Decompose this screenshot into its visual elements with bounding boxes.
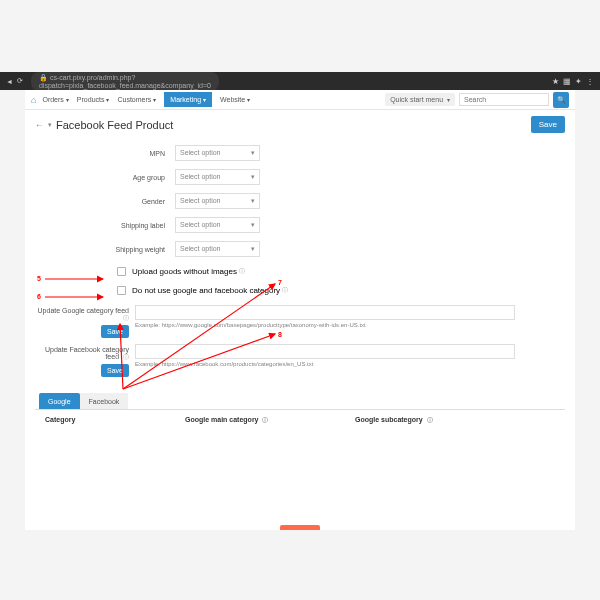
- tab-facebook[interactable]: Facebook: [80, 393, 129, 409]
- nav-back-icon[interactable]: ◄: [6, 78, 13, 85]
- menu-icon[interactable]: ⋮: [586, 77, 594, 86]
- extension-icon[interactable]: ▦: [563, 77, 571, 86]
- label-gender: Gender: [35, 198, 175, 205]
- col-category: Category: [45, 416, 185, 425]
- tab-google[interactable]: Google: [39, 393, 80, 409]
- label-no-category: Do not use google and facebook category: [132, 286, 280, 295]
- form-area: MPN Select option▾ Age group Select opti…: [25, 139, 575, 437]
- example-facebook: Example: https://www.facebook.com/produc…: [135, 361, 565, 367]
- select-shipping-weight[interactable]: Select option▾: [175, 241, 260, 257]
- annotation-6: 6: [37, 293, 41, 300]
- col-google-main: Google main category: [185, 416, 259, 423]
- browser-chrome: ◄ ⟳ 🔒 cs-cart.pixy.pro/admin.php?dispatc…: [0, 72, 600, 90]
- top-nav: ⌂ Orders▾ Products▾ Customers▾ Marketing…: [25, 90, 575, 110]
- select-gender[interactable]: Select option▾: [175, 193, 260, 209]
- category-table-header: Category Google main category ⓘ Google s…: [35, 410, 565, 431]
- lock-icon: 🔒: [39, 74, 48, 81]
- select-shipping-label[interactable]: Select option▾: [175, 217, 260, 233]
- label-mpn: MPN: [35, 150, 175, 157]
- page-header: ← ▾ Facebook Feed Product Save: [25, 110, 575, 139]
- label-upload-no-images: Upload goods without images: [132, 267, 237, 276]
- quick-start-menu[interactable]: Quick start menu ▾: [385, 93, 455, 106]
- label-facebook-feed: Update Facebook category feed ⓘSave: [35, 344, 135, 377]
- checkbox-no-category[interactable]: [117, 286, 126, 295]
- page-title: Facebook Feed Product: [56, 119, 173, 131]
- home-icon[interactable]: ⌂: [31, 95, 36, 105]
- label-google-feed: Update Google category feed ⓘSave: [35, 305, 135, 338]
- category-tabs: Google Facebook: [35, 393, 565, 410]
- app-viewport: ⌂ Orders▾ Products▾ Customers▾ Marketing…: [25, 90, 575, 530]
- annotation-7: 7: [278, 279, 282, 286]
- info-icon[interactable]: ⓘ: [282, 286, 288, 295]
- nav-customers[interactable]: Customers▾: [117, 96, 156, 103]
- label-age-group: Age group: [35, 174, 175, 181]
- nav-marketing[interactable]: Marketing▾: [164, 92, 212, 107]
- star-icon[interactable]: ★: [552, 77, 559, 86]
- chrome-actions: ★ ▦ ✦ ⋮: [552, 77, 594, 86]
- nav-website[interactable]: Website▾: [220, 96, 250, 103]
- info-icon[interactable]: ⓘ: [239, 267, 245, 276]
- save-button-top[interactable]: Save: [531, 116, 565, 133]
- addon-icon[interactable]: ▾: [48, 121, 52, 129]
- scroll-indicator: [280, 525, 320, 530]
- nav-products[interactable]: Products▾: [77, 96, 110, 103]
- label-shipping-label: Shipping label: [35, 222, 175, 229]
- col-google-sub: Google subcategory: [355, 416, 423, 423]
- search-input[interactable]: [459, 93, 549, 106]
- puzzle-icon[interactable]: ✦: [575, 77, 582, 86]
- save-google-feed[interactable]: Save: [101, 325, 129, 338]
- nav-orders[interactable]: Orders▾: [42, 96, 68, 103]
- nav-reload-icon[interactable]: ⟳: [17, 77, 23, 85]
- select-age-group[interactable]: Select option▾: [175, 169, 260, 185]
- search-button[interactable]: 🔍: [553, 92, 569, 108]
- checkbox-upload-no-images[interactable]: [117, 267, 126, 276]
- label-shipping-weight: Shipping weight: [35, 246, 175, 253]
- select-mpn[interactable]: Select option▾: [175, 145, 260, 161]
- example-google: Example: https://www.google.com/basepage…: [135, 322, 565, 328]
- input-google-feed[interactable]: [135, 305, 515, 320]
- annotation-5: 5: [37, 275, 41, 282]
- annotation-8: 8: [278, 331, 282, 338]
- save-facebook-feed[interactable]: Save: [101, 364, 129, 377]
- input-facebook-feed[interactable]: [135, 344, 515, 359]
- url-bar[interactable]: 🔒 cs-cart.pixy.pro/admin.php?dispatch=pi…: [31, 72, 219, 91]
- back-icon[interactable]: ←: [35, 120, 44, 130]
- url-text: cs-cart.pixy.pro/admin.php?dispatch=pixl…: [39, 74, 211, 89]
